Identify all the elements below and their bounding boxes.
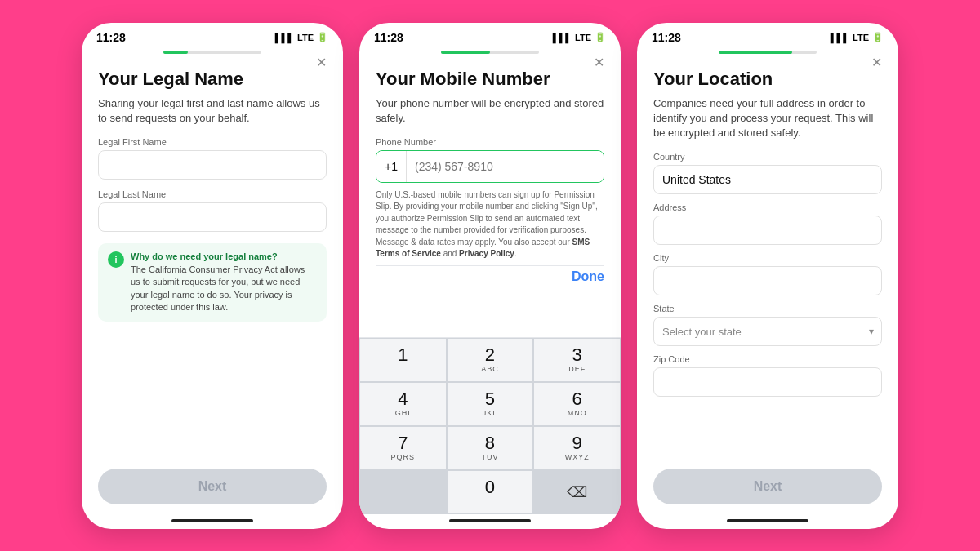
- signal-icon-1: ▌▌▌: [275, 33, 294, 42]
- home-bar-1: [172, 519, 253, 522]
- progress-track-2: [441, 51, 539, 54]
- progress-fill-1: [163, 51, 188, 54]
- next-button-3[interactable]: Next: [653, 469, 882, 504]
- next-button-1[interactable]: Next: [98, 469, 327, 504]
- screen-title-3: Your Location: [653, 69, 882, 90]
- country-label: Country: [653, 152, 882, 162]
- country-display: United States: [653, 165, 882, 194]
- info-body-1: The California Consumer Privacy Act allo…: [131, 264, 317, 314]
- progress-fill-2: [441, 51, 490, 54]
- progress-area-1: [82, 47, 343, 56]
- lte-label-1: LTE: [297, 33, 314, 42]
- info-text-area-1: Why do we need your legal name? The Cali…: [131, 251, 317, 314]
- legal-name-screen: 11:28 ▌▌▌ LTE 🔋 ✕ Your Legal Name Sharin…: [82, 23, 343, 529]
- state-select-wrapper: Select your state Alabama California New…: [653, 317, 882, 346]
- status-bar-3: 11:28 ▌▌▌ LTE 🔋: [637, 23, 898, 47]
- city-label: City: [653, 253, 882, 263]
- backspace-icon: ⌫: [567, 483, 587, 501]
- last-name-input[interactable]: [98, 202, 327, 232]
- status-time-2: 11:28: [374, 31, 403, 44]
- legal-name-content: Your Legal Name Sharing your legal first…: [82, 56, 343, 514]
- country-code: +1: [376, 151, 407, 182]
- signal-icon-2: ▌▌▌: [553, 33, 572, 42]
- last-name-label: Legal Last Name: [98, 189, 327, 199]
- numpad: 1 2 ABC 3 DEF 4 GHI 5 JKL 6 MNO: [359, 337, 621, 514]
- numpad-key-2[interactable]: 2 ABC: [447, 338, 534, 382]
- info-title-1: Why do we need your legal name?: [131, 251, 317, 261]
- home-bar-2: [449, 519, 531, 522]
- info-icon-1: i: [108, 251, 124, 268]
- home-indicator-1: [82, 514, 343, 529]
- done-button[interactable]: Done: [572, 269, 604, 284]
- numpad-key-4[interactable]: 4 GHI: [359, 382, 447, 426]
- status-icons-3: ▌▌▌ LTE 🔋: [831, 32, 884, 42]
- battery-icon-1: 🔋: [317, 32, 328, 42]
- status-icons-1: ▌▌▌ LTE 🔋: [275, 32, 328, 42]
- privacy-policy-link[interactable]: Privacy Policy: [459, 249, 514, 258]
- home-indicator-3: [637, 514, 898, 529]
- lte-label-2: LTE: [575, 33, 591, 42]
- first-name-label: Legal First Name: [98, 137, 327, 147]
- home-bar-3: [727, 519, 808, 522]
- mobile-number-content: Your Mobile Number Your phone number wil…: [359, 56, 621, 337]
- status-time-1: 11:28: [96, 31, 126, 44]
- screen-subtitle-3: Companies need your full address in orde…: [653, 96, 882, 141]
- numpad-key-3[interactable]: 3 DEF: [533, 338, 621, 382]
- phone-disclaimer: Only U.S.-based mobile numbers can sign …: [376, 189, 604, 260]
- phone-input[interactable]: [407, 151, 604, 182]
- status-time-3: 11:28: [652, 31, 681, 44]
- numpad-key-empty: [359, 470, 447, 514]
- numpad-key-7[interactable]: 7 PQRS: [359, 426, 447, 470]
- location-screen: 11:28 ▌▌▌ LTE 🔋 ✕ Your Location Companie…: [637, 23, 898, 529]
- battery-icon-3: 🔋: [872, 32, 884, 42]
- status-bar-2: 11:28 ▌▌▌ LTE 🔋: [359, 23, 621, 47]
- progress-area-3: [637, 47, 898, 56]
- numpad-key-9[interactable]: 9 WXYZ: [533, 426, 621, 470]
- zip-input[interactable]: [653, 367, 882, 397]
- info-box-1: i Why do we need your legal name? The Ca…: [98, 243, 327, 322]
- screens-container: 11:28 ▌▌▌ LTE 🔋 ✕ Your Legal Name Sharin…: [65, 7, 915, 545]
- numpad-key-8[interactable]: 8 TUV: [447, 426, 534, 470]
- numpad-key-0[interactable]: 0: [447, 470, 534, 514]
- numpad-key-backspace[interactable]: ⌫: [533, 470, 621, 514]
- progress-area-2: [359, 47, 621, 56]
- signal-icon-3: ▌▌▌: [831, 33, 849, 42]
- mobile-number-screen: 11:28 ▌▌▌ LTE 🔋 ✕ Your Mobile Number You…: [359, 23, 621, 529]
- status-icons-2: ▌▌▌ LTE 🔋: [553, 32, 606, 42]
- done-row: Done: [376, 265, 604, 286]
- status-bar-1: 11:28 ▌▌▌ LTE 🔋: [82, 23, 343, 47]
- numpad-key-5[interactable]: 5 JKL: [447, 382, 534, 426]
- phone-input-row: +1: [376, 150, 604, 183]
- close-button-2[interactable]: ✕: [590, 54, 608, 72]
- state-label: State: [653, 304, 882, 313]
- screen-title-1: Your Legal Name: [98, 69, 327, 90]
- close-button-1[interactable]: ✕: [312, 54, 330, 72]
- city-input[interactable]: [653, 266, 882, 295]
- screen-subtitle-1: Sharing your legal first and last name a…: [98, 96, 327, 126]
- home-indicator-2: [359, 514, 621, 529]
- numpad-key-6[interactable]: 6 MNO: [533, 382, 621, 426]
- first-name-input[interactable]: [98, 150, 327, 180]
- zip-label: Zip Code: [653, 354, 882, 364]
- lte-label-3: LTE: [853, 33, 869, 42]
- screen-subtitle-2: Your phone number will be encrypted and …: [376, 96, 604, 126]
- state-select[interactable]: Select your state Alabama California New…: [653, 317, 882, 346]
- location-content: Your Location Companies need your full a…: [637, 56, 898, 514]
- progress-track-1: [163, 51, 261, 54]
- address-label: Address: [653, 202, 882, 212]
- phone-label: Phone Number: [376, 137, 604, 147]
- numpad-key-1[interactable]: 1: [359, 338, 447, 382]
- screen-title-2: Your Mobile Number: [376, 69, 604, 90]
- address-input[interactable]: [653, 216, 882, 245]
- close-button-3[interactable]: ✕: [867, 54, 885, 72]
- progress-fill-3: [719, 51, 792, 54]
- battery-icon-2: 🔋: [595, 32, 606, 42]
- progress-track-3: [719, 51, 817, 54]
